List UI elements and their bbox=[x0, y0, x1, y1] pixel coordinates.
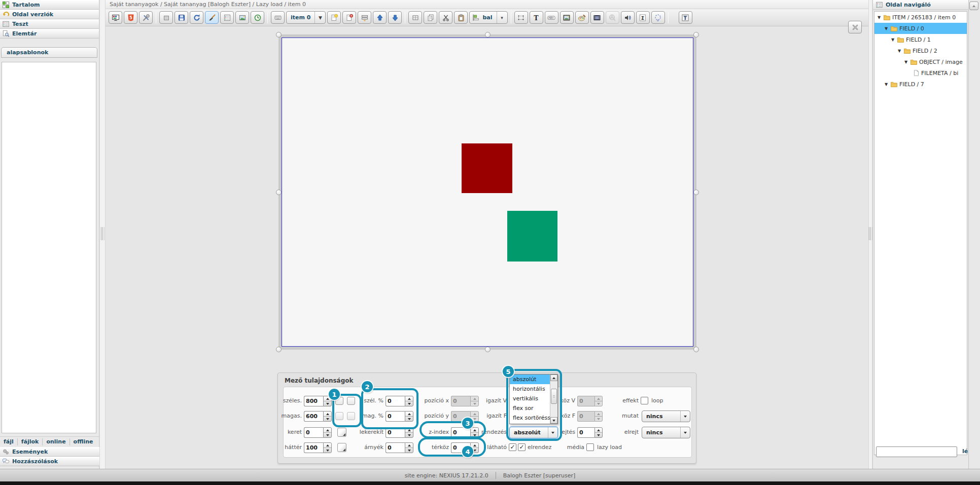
step-up-button[interactable] bbox=[324, 412, 331, 416]
sidebar-item-events[interactable]: Események bbox=[0, 447, 99, 457]
tree-row-field-7[interactable]: ▼ FIELD / 7 bbox=[874, 79, 967, 90]
resize-handle-middle-left[interactable] bbox=[276, 190, 282, 195]
chevron-down-icon[interactable]: ▾ bbox=[497, 15, 507, 20]
resize-handle-top-left[interactable] bbox=[276, 32, 282, 38]
insert-text-button[interactable]: T bbox=[530, 11, 543, 24]
step-down-button[interactable] bbox=[324, 401, 331, 406]
tree-row-field-2[interactable]: ▼ FIELD / 2 bbox=[874, 45, 967, 56]
sidebar-item-element-library[interactable]: Elemtár bbox=[0, 29, 99, 39]
resize-handle-top-right[interactable] bbox=[693, 32, 699, 38]
transform-button[interactable] bbox=[514, 11, 528, 24]
background-color-swatch[interactable] bbox=[337, 443, 346, 452]
tree-row-object-image[interactable]: ▼ OBJECT / image bbox=[874, 56, 967, 67]
splitter-grip[interactable] bbox=[869, 227, 872, 240]
width-percent-input[interactable] bbox=[386, 396, 405, 406]
loop-checkbox[interactable] bbox=[641, 397, 648, 404]
resize-handle-top-middle[interactable] bbox=[485, 32, 491, 38]
dropdown-option-vertical[interactable]: vertikális bbox=[510, 394, 550, 403]
corner-radius-input[interactable] bbox=[386, 427, 405, 438]
background-stepper[interactable] bbox=[304, 442, 332, 453]
tree-expand-icon[interactable]: ▼ bbox=[877, 15, 882, 20]
edit-brush-button[interactable] bbox=[205, 11, 219, 24]
show-select[interactable]: nincs bbox=[642, 411, 690, 422]
height-stepper[interactable] bbox=[304, 411, 332, 422]
tree-row-field-1[interactable]: ▼ FIELD / 1 bbox=[874, 34, 967, 45]
scroll-up-icon[interactable] bbox=[550, 375, 557, 381]
resize-handle-bottom-middle[interactable] bbox=[485, 347, 491, 352]
tree-expand-icon[interactable]: ▼ bbox=[884, 82, 889, 87]
drop-stepper[interactable] bbox=[577, 427, 603, 438]
insert-formula-button[interactable]: Σ bbox=[636, 11, 650, 24]
insert-image-button[interactable] bbox=[560, 11, 574, 24]
film-reel-button[interactable] bbox=[606, 11, 619, 24]
visible-checkbox[interactable] bbox=[509, 443, 516, 451]
sidebar-item-page-versions[interactable]: Oldal verziók bbox=[0, 10, 99, 19]
cut-button[interactable] bbox=[439, 11, 452, 24]
height-percent-input[interactable] bbox=[386, 411, 405, 422]
preview-button[interactable] bbox=[109, 11, 122, 24]
dropdown-option-absolute[interactable]: abszolút bbox=[510, 375, 550, 384]
step-up-button[interactable] bbox=[324, 428, 331, 432]
insert-input-field-button[interactable]: AB bbox=[545, 11, 558, 24]
height-input[interactable] bbox=[304, 411, 323, 422]
step-down-button[interactable] bbox=[595, 432, 602, 437]
hide-select[interactable]: nincs bbox=[642, 427, 690, 438]
tab-file[interactable]: fájl bbox=[0, 438, 18, 445]
resize-handle-bottom-left[interactable] bbox=[276, 347, 282, 352]
dropdown-option-flex-wrap[interactable]: flex sortöréss bbox=[510, 413, 550, 423]
templates-tab[interactable]: alapsablonok bbox=[1, 47, 97, 58]
copy-button[interactable] bbox=[424, 11, 437, 24]
shadow-input[interactable] bbox=[386, 442, 405, 453]
resize-handle-middle-right[interactable] bbox=[693, 190, 699, 195]
move-down-button[interactable] bbox=[388, 11, 402, 24]
placeholder-button[interactable] bbox=[159, 11, 173, 24]
step-up-button[interactable] bbox=[324, 443, 331, 447]
layout-grid-button[interactable] bbox=[408, 11, 422, 24]
tab-files[interactable]: fájlok bbox=[18, 438, 43, 445]
tab-online[interactable]: online bbox=[43, 438, 69, 445]
drop-input[interactable] bbox=[577, 427, 594, 438]
form-properties-button[interactable] bbox=[220, 11, 234, 24]
step-down-button[interactable] bbox=[324, 416, 331, 421]
chevron-down-icon[interactable]: ▼ bbox=[315, 15, 325, 20]
red-square-object[interactable] bbox=[462, 143, 512, 193]
left-splitter[interactable] bbox=[99, 0, 106, 469]
filter-button[interactable] bbox=[679, 11, 692, 24]
sidebar-item-comments[interactable]: Hozzászólások bbox=[0, 457, 99, 466]
border-color-swatch[interactable] bbox=[337, 428, 346, 437]
dropdown-scrollbar[interactable] bbox=[550, 375, 557, 424]
dropdown-option-flex-row[interactable]: flex sor bbox=[510, 403, 550, 413]
tree-row-item[interactable]: ▼ ITEM / 265183 / item 0 bbox=[874, 12, 967, 23]
right-splitter[interactable] bbox=[868, 0, 872, 469]
lazy-load-checkbox[interactable] bbox=[586, 443, 594, 451]
scroll-down-icon[interactable] bbox=[550, 417, 557, 424]
background-input[interactable] bbox=[304, 442, 323, 453]
settings-tools-button[interactable] bbox=[139, 11, 153, 24]
splitter-grip[interactable] bbox=[101, 227, 104, 240]
design-canvas[interactable] bbox=[282, 38, 693, 347]
move-up-button[interactable] bbox=[373, 11, 387, 24]
paint-button[interactable] bbox=[575, 11, 589, 24]
sidebar-item-test[interactable]: Teszt bbox=[0, 19, 99, 29]
step-down-button[interactable] bbox=[324, 432, 331, 437]
dropdown-option-horizontal[interactable]: horizontális bbox=[510, 384, 550, 394]
save-button[interactable] bbox=[174, 11, 188, 24]
page-navigator-header[interactable]: Oldal navigáló bbox=[873, 0, 980, 10]
tab-offline[interactable]: offline bbox=[70, 438, 97, 445]
layout-checkbox[interactable] bbox=[518, 443, 526, 451]
width-stepper[interactable] bbox=[304, 396, 332, 406]
gallery-button[interactable] bbox=[235, 11, 249, 24]
tree-expand-icon[interactable]: ▼ bbox=[903, 60, 908, 64]
chevron-down-icon[interactable] bbox=[681, 432, 690, 434]
chevron-down-icon[interactable] bbox=[681, 416, 690, 418]
tree-expand-icon[interactable]: ▼ bbox=[884, 26, 889, 31]
tree-expand-icon[interactable]: ▼ bbox=[897, 49, 902, 53]
scroll-thumb[interactable] bbox=[551, 389, 557, 404]
tree-row-filemeta[interactable]: FILEMETA / bi bbox=[874, 67, 967, 79]
height-lock-checkbox[interactable] bbox=[335, 412, 343, 420]
step-down-button[interactable] bbox=[324, 447, 331, 453]
navigator-bottom-input[interactable] bbox=[876, 446, 957, 457]
sidebar-item-content[interactable]: Tartalom bbox=[0, 0, 99, 10]
insert-audio-button[interactable] bbox=[621, 11, 635, 24]
border-stepper[interactable] bbox=[304, 427, 332, 438]
